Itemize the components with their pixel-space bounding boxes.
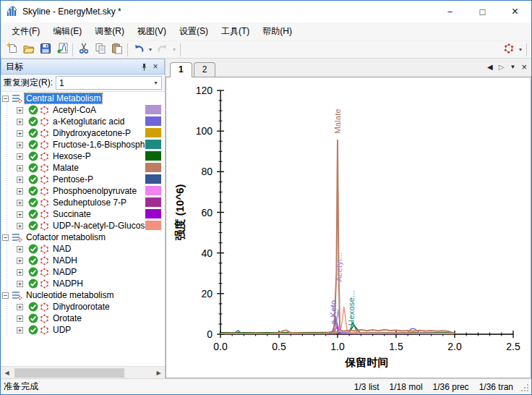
molecule-icon: [40, 152, 49, 161]
targets-horizontal-scrollbar[interactable]: ◀ ▶: [1, 366, 165, 378]
close-button[interactable]: ×: [499, 1, 531, 22]
color-swatch: [145, 151, 161, 161]
svg-text:2.0: 2.0: [447, 341, 462, 352]
close-panel-icon[interactable]: ×: [150, 61, 161, 72]
open-icon: [23, 43, 35, 56]
expand-icon[interactable]: +: [17, 223, 23, 229]
replicate-combobox[interactable]: 1 ▾: [56, 76, 162, 90]
menu-item-2[interactable]: 编辑(E): [46, 22, 88, 41]
expand-icon[interactable]: +: [17, 153, 23, 160]
maximize-button[interactable]: □: [466, 1, 499, 22]
toolbar-separator: [72, 43, 73, 56]
expand-icon[interactable]: +: [17, 258, 23, 264]
expand-icon[interactable]: +: [17, 327, 23, 334]
expand-icon[interactable]: +: [17, 130, 23, 137]
expand-icon[interactable]: +: [17, 165, 23, 171]
minimize-button[interactable]: −: [434, 1, 466, 22]
scrollbar-thumb[interactable]: [14, 368, 124, 378]
checkmark-icon: [28, 221, 38, 231]
undo-dropdown-icon[interactable]: ▾: [147, 42, 154, 58]
tree-group-central-metabolism[interactable]: −Central Metabolism: [1, 93, 165, 104]
expand-icon[interactable]: +: [17, 107, 23, 114]
tree-group-nucleotide-metabolism[interactable]: −Nucleotide metabolism: [1, 289, 165, 301]
external-tools-dropdown-icon[interactable]: ▾: [517, 42, 524, 58]
tree-item-succinate[interactable]: +Succinate: [1, 208, 165, 220]
chart-tab-1[interactable]: 1: [170, 62, 192, 77]
cut-button[interactable]: [75, 42, 92, 58]
import-results-button[interactable]: [53, 42, 70, 58]
new-document-icon: [7, 43, 18, 56]
new-document-button[interactable]: [4, 42, 20, 58]
tree-item-nad[interactable]: +NAD: [1, 243, 165, 255]
molecule-icon: [40, 314, 49, 323]
menu-item-4[interactable]: 视图(V): [131, 22, 173, 41]
tree-item-nadph[interactable]: +NADPH: [1, 278, 165, 289]
collapse-icon[interactable]: −: [2, 292, 9, 299]
expand-icon[interactable]: +: [17, 281, 23, 287]
tree-item-udp[interactable]: +UDP: [1, 324, 165, 336]
paste-button[interactable]: [108, 42, 125, 58]
tree-item-phosphoenolpyruvate[interactable]: +Phosphoenolpyruvate: [1, 185, 165, 197]
menu-item-3[interactable]: 调整(R): [88, 22, 131, 41]
status-mol-count: 1/18 mol: [390, 382, 423, 392]
expand-icon[interactable]: +: [17, 188, 23, 195]
tree-item-acetyl-coa[interactable]: +Acetyl-CoA: [1, 104, 165, 116]
redo-icon: [157, 43, 168, 56]
tree-item-dihydroorotate[interactable]: +Dihydroorotate: [1, 301, 165, 313]
tree-item-hexose-p[interactable]: +Hexose-P: [1, 150, 165, 162]
tab-close-icon[interactable]: ×: [521, 62, 527, 72]
tree-item-fructose-1-6-bisphosphate[interactable]: +Fructose-1,6-Bisphosphate: [1, 139, 165, 150]
expand-icon[interactable]: +: [17, 246, 23, 252]
tab-next-icon[interactable]: ▷: [499, 62, 505, 72]
molecule-icon: [40, 268, 49, 277]
expand-icon[interactable]: +: [17, 269, 23, 276]
title-bar: Skyline - EnergyMet.sky * − □ ×: [1, 1, 531, 22]
menu-item-6[interactable]: 工具(T): [215, 22, 256, 41]
open-button[interactable]: [20, 42, 37, 58]
cut-icon: [78, 43, 90, 56]
chromatogram-chart[interactable]: 0204060801001200.00.51.01.52.02.5保留时间强度 …: [166, 77, 531, 378]
tab-menu-icon[interactable]: ▼: [510, 62, 515, 72]
external-tools-button[interactable]: [500, 42, 517, 58]
tree-item-pentose-p[interactable]: +Pentose-P: [1, 174, 165, 185]
expand-icon[interactable]: +: [17, 315, 23, 322]
tree-item-seduheptulose-7-p[interactable]: +Seduheptulose 7-P: [1, 197, 165, 208]
color-swatch: [145, 209, 161, 218]
copy-button[interactable]: [92, 42, 108, 58]
tree-item-orotate[interactable]: +Orotate: [1, 313, 165, 324]
tree-item-a-ketoglutaric-acid[interactable]: +a-Ketoglutaric acid: [1, 116, 165, 127]
expand-icon[interactable]: +: [17, 304, 23, 310]
menu-item-7[interactable]: 帮助(H): [256, 22, 299, 41]
expand-icon[interactable]: +: [17, 200, 23, 206]
checkmark-icon: [28, 313, 38, 323]
expand-icon[interactable]: +: [17, 142, 23, 148]
status-ready-text: 准备完成: [4, 381, 344, 393]
tree-item-udp-n-acetyl-d-glucosam[interactable]: +UDP-N-acetyl-D-Glucosam: [1, 220, 165, 232]
molecule-icon: [40, 175, 49, 184]
tree-item-nadp[interactable]: +NADP: [1, 266, 165, 278]
tree-group-cofactor-metabolism[interactable]: −Cofactor metabolism: [1, 232, 165, 243]
molecule-icon: [40, 210, 49, 219]
expand-icon[interactable]: +: [17, 177, 23, 183]
collapse-icon[interactable]: −: [2, 95, 9, 102]
save-button[interactable]: [37, 42, 53, 58]
expand-icon[interactable]: +: [17, 119, 23, 125]
tree-item-label: Orotate: [51, 313, 83, 323]
undo-button[interactable]: [130, 42, 147, 58]
tab-prev-icon[interactable]: ◀: [487, 62, 493, 72]
expand-icon[interactable]: +: [17, 211, 23, 218]
menu-item-1[interactable]: 文件(F): [5, 22, 46, 41]
scroll-left-icon[interactable]: ◀: [1, 367, 13, 379]
redo-dropdown-icon: ▾: [171, 42, 178, 58]
resize-grip[interactable]: [519, 382, 528, 391]
pin-icon[interactable]: [138, 61, 150, 72]
chart-tab-2[interactable]: 2: [194, 62, 216, 77]
chromatogram-panel: 12 ◀ ▷ ▼ × 0204060801001200.00.51.01.52.…: [166, 59, 531, 378]
tree-item-malate[interactable]: +Malate: [1, 162, 165, 174]
tree-item-dihydroxyacetone-p[interactable]: +Dihydroxyacetone-P: [1, 127, 165, 139]
tree-group-label: Nucleotide metabolism: [25, 290, 115, 300]
menu-item-5[interactable]: 设置(S): [173, 22, 215, 41]
collapse-icon[interactable]: −: [2, 234, 9, 241]
tree-item-nadh[interactable]: +NADH: [1, 255, 165, 266]
scroll-right-icon[interactable]: ▶: [153, 367, 165, 379]
